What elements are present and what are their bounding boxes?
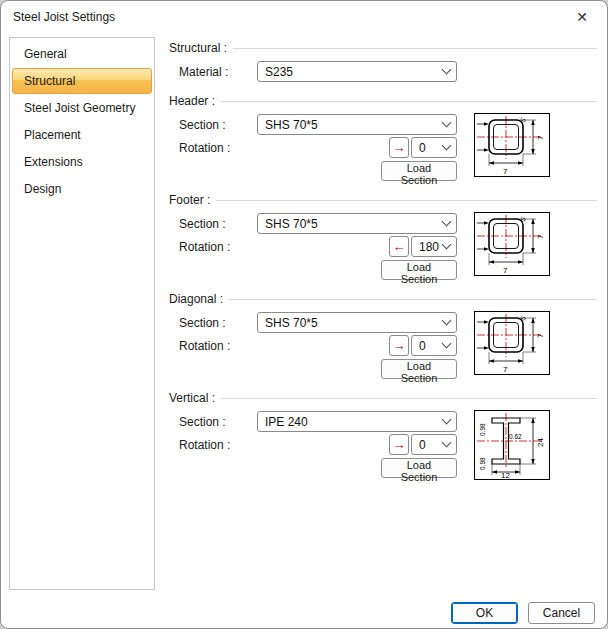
vertical-rotation-combobox[interactable]: 0 bbox=[411, 434, 457, 455]
group-title-diagonal: Diagonal : bbox=[169, 292, 229, 306]
header-section-preview: 7 7 5 bbox=[474, 113, 550, 177]
diagonal-section-combobox[interactable]: SHS 70*5 bbox=[257, 312, 457, 333]
group-title-header: Header : bbox=[169, 94, 221, 108]
rotation-label: Rotation : bbox=[179, 339, 257, 353]
section-label: Section : bbox=[179, 118, 257, 132]
diagonal-load-section-button[interactable]: Load Section bbox=[381, 359, 457, 379]
header-rotation-direction-button[interactable]: → bbox=[389, 137, 409, 158]
group-divider bbox=[221, 398, 597, 399]
cancel-button[interactable]: Cancel bbox=[528, 602, 595, 624]
rotation-label: Rotation : bbox=[179, 240, 257, 254]
svg-text:7: 7 bbox=[536, 135, 545, 140]
group-structural: Structural : Material : S235 bbox=[169, 39, 597, 83]
group-divider bbox=[216, 200, 597, 201]
diagonal-rotation-direction-button[interactable]: → bbox=[389, 335, 409, 356]
sidebar-item-general[interactable]: General bbox=[12, 41, 152, 67]
rotation-arrow-icon: ← bbox=[393, 240, 406, 253]
group-divider bbox=[233, 48, 597, 49]
group-title-structural: Structural : bbox=[169, 41, 233, 55]
group-diagonal: Diagonal : Section : SHS 70*5 bbox=[169, 290, 597, 380]
rotation-arrow-icon: → bbox=[393, 438, 406, 451]
group-footer: Footer : Section : SHS 70*5 Ro bbox=[169, 191, 597, 281]
chevron-down-icon bbox=[442, 217, 452, 227]
diagonal-section-preview: 7 7 5 bbox=[474, 311, 550, 375]
rotation-value: 0 bbox=[419, 339, 439, 353]
chevron-down-icon bbox=[442, 339, 452, 349]
section-label: Section : bbox=[179, 415, 257, 429]
sidebar-item-extensions[interactable]: Extensions bbox=[12, 149, 152, 175]
svg-text:12: 12 bbox=[501, 471, 510, 480]
material-label: Material : bbox=[179, 65, 257, 79]
close-icon[interactable]: ✕ bbox=[565, 4, 599, 30]
rotation-label: Rotation : bbox=[179, 438, 257, 452]
section-value: IPE 240 bbox=[265, 415, 439, 429]
shs-section-diagram: 7 7 5 bbox=[474, 311, 550, 375]
shs-section-diagram: 7 7 5 bbox=[474, 212, 550, 276]
group-divider bbox=[229, 299, 597, 300]
material-value: S235 bbox=[265, 65, 439, 79]
svg-text:7: 7 bbox=[536, 333, 545, 338]
material-combobox[interactable]: S235 bbox=[257, 61, 457, 82]
sidebar-item-placement[interactable]: Placement bbox=[12, 122, 152, 148]
ok-button[interactable]: OK bbox=[451, 602, 518, 624]
chevron-down-icon bbox=[442, 316, 452, 326]
footer-section-preview: 7 7 5 bbox=[474, 212, 550, 276]
group-divider bbox=[221, 101, 597, 102]
svg-text:7: 7 bbox=[503, 167, 508, 176]
sidebar-item-structural[interactable]: Structural bbox=[12, 68, 152, 94]
dialog-footer: OK Cancel bbox=[1, 596, 607, 629]
rotation-label: Rotation : bbox=[179, 141, 257, 155]
steel-joist-settings-dialog: Steel Joist Settings ✕ General Structura… bbox=[0, 0, 608, 629]
svg-text:7: 7 bbox=[536, 234, 545, 239]
group-vertical: Vertical : Section : IPE 240 R bbox=[169, 389, 597, 480]
ipe-section-diagram: 0.98 0.98 0.62 24 bbox=[474, 410, 550, 480]
footer-load-section-button[interactable]: Load Section bbox=[381, 260, 457, 280]
section-value: SHS 70*5 bbox=[265, 118, 439, 132]
vertical-section-combobox[interactable]: IPE 240 bbox=[257, 411, 457, 432]
vertical-rotation-direction-button[interactable]: → bbox=[389, 434, 409, 455]
shs-section-diagram: 7 7 5 bbox=[474, 113, 550, 177]
header-rotation-combobox[interactable]: 0 bbox=[411, 137, 457, 158]
section-value: SHS 70*5 bbox=[265, 217, 439, 231]
chevron-down-icon bbox=[442, 141, 452, 151]
chevron-down-icon bbox=[442, 240, 452, 250]
svg-text:7: 7 bbox=[503, 266, 508, 275]
vertical-load-section-button[interactable]: Load Section bbox=[381, 458, 457, 478]
section-label: Section : bbox=[179, 217, 257, 231]
dialog-body: General Structural Steel Joist Geometry … bbox=[1, 33, 607, 596]
footer-rotation-direction-button[interactable]: ← bbox=[389, 236, 409, 257]
chevron-down-icon bbox=[442, 415, 452, 425]
header-load-section-button[interactable]: Load Section bbox=[381, 161, 457, 181]
chevron-down-icon bbox=[442, 438, 452, 448]
section-value: SHS 70*5 bbox=[265, 316, 439, 330]
settings-panel: Structural : Material : S235 bbox=[155, 33, 607, 596]
header-section-combobox[interactable]: SHS 70*5 bbox=[257, 114, 457, 135]
section-label: Section : bbox=[179, 316, 257, 330]
title-bar: Steel Joist Settings ✕ bbox=[1, 1, 607, 33]
rotation-value: 0 bbox=[419, 438, 439, 452]
sidebar-item-design[interactable]: Design bbox=[12, 176, 152, 202]
rotation-value: 0 bbox=[419, 141, 439, 155]
vertical-section-preview: 0.98 0.98 0.62 24 bbox=[474, 410, 550, 480]
group-title-footer: Footer : bbox=[169, 193, 216, 207]
svg-text:7: 7 bbox=[503, 365, 508, 374]
sidebar-item-steel-joist-geometry[interactable]: Steel Joist Geometry bbox=[12, 95, 152, 121]
footer-rotation-combobox[interactable]: 180 bbox=[411, 236, 457, 257]
group-title-vertical: Vertical : bbox=[169, 391, 221, 405]
chevron-down-icon bbox=[442, 65, 452, 75]
diagonal-rotation-combobox[interactable]: 0 bbox=[411, 335, 457, 356]
svg-text:24: 24 bbox=[536, 438, 545, 447]
chevron-down-icon bbox=[442, 118, 452, 128]
svg-text:0.98: 0.98 bbox=[479, 457, 486, 470]
rotation-value: 180 bbox=[419, 240, 439, 254]
rotation-arrow-icon: → bbox=[393, 141, 406, 154]
window-title: Steel Joist Settings bbox=[13, 10, 115, 24]
group-header: Header : Section : SHS 70*5 Ro bbox=[169, 92, 597, 182]
svg-text:0.62: 0.62 bbox=[509, 433, 522, 440]
svg-text:0.98: 0.98 bbox=[479, 423, 486, 436]
settings-nav: General Structural Steel Joist Geometry … bbox=[9, 37, 155, 590]
footer-section-combobox[interactable]: SHS 70*5 bbox=[257, 213, 457, 234]
rotation-arrow-icon: → bbox=[393, 339, 406, 352]
